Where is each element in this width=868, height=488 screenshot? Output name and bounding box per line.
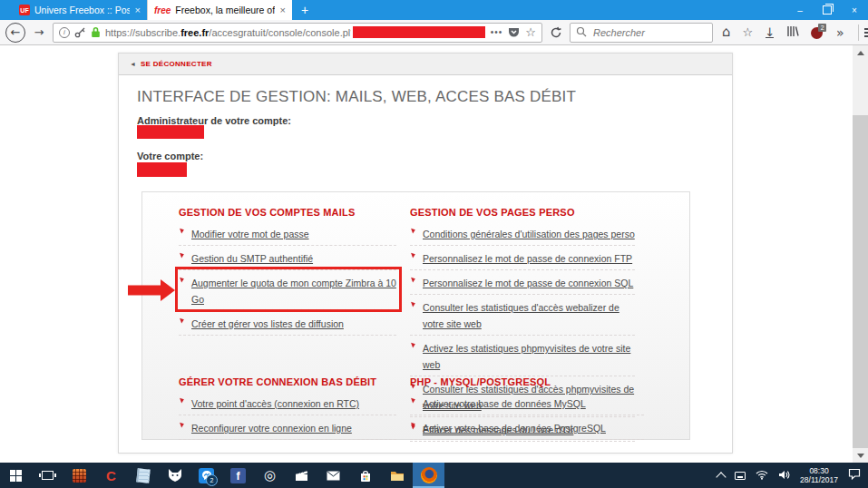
overflow-chevron-icon[interactable]: » (836, 26, 844, 39)
tab-univers-freebox[interactable]: UF Univers Freebox :: Poster une ré × (13, 0, 147, 20)
reload-icon[interactable] (550, 26, 562, 39)
minimize-button[interactable]: – (786, 0, 814, 20)
close-tab-icon[interactable]: × (135, 5, 141, 15)
saved-login-key-icon[interactable] (74, 26, 86, 38)
task-view-button[interactable] (32, 463, 63, 488)
scrollbar-thumb[interactable] (853, 115, 868, 448)
link-label[interactable]: Consulter les statistiques d'accès webal… (423, 302, 619, 329)
library-icon[interactable] (786, 25, 799, 39)
mail-taskbar-icon[interactable] (317, 463, 349, 488)
taskbar-clock[interactable]: 08:30 28/11/2017 (800, 466, 838, 484)
home-icon[interactable]: ⌂ (722, 25, 731, 39)
microsoft-store-taskbar-icon[interactable] (349, 463, 381, 488)
link-point-acces-rtc[interactable]: Votre point d'accès (connexion en RTC) (179, 391, 396, 415)
page-actions-icon[interactable]: ••• (491, 27, 503, 37)
link-label[interactable]: Personnalisez le mot de passe de connexi… (423, 278, 633, 288)
action-center-icon[interactable] (848, 467, 861, 483)
link-label[interactable]: Activez les statistiques phpmyvisites de… (423, 343, 630, 370)
new-tab-button[interactable]: + (301, 1, 308, 19)
windows-taskbar: C 2 f ◎ 08:30 28/11/2017 (0, 463, 868, 488)
link-mdp-ftp[interactable]: Personnalisez le mot de passe de connexi… (410, 246, 635, 270)
bookmarks-icon[interactable]: ☆ (743, 26, 754, 38)
link-label[interactable]: Personnalisez le mot de passe de connexi… (423, 253, 632, 264)
link-augmenter-quota-zimbra[interactable]: Augmenter le quota de mon compte Zimbra … (179, 270, 396, 311)
url-bar[interactable]: i https://subscribe.free.fr/accesgratuit… (53, 23, 542, 43)
pocket-icon[interactable] (508, 26, 520, 38)
target-app-icon[interactable]: ◎ (254, 463, 286, 488)
admin-account-redaction-bar (137, 125, 204, 139)
link-label[interactable]: Activer votre base de données PostgreSQL (423, 423, 606, 434)
section-comptes-mails: GESTION DE VOS COMPTES MAILS Modifier vo… (179, 207, 396, 336)
logout-link[interactable]: SE DÉCONNECTER (141, 60, 212, 68)
bullet-icon (411, 341, 416, 347)
link-activez-phpmyvisites[interactable]: Activez les statistiques phpmyvisites de… (410, 336, 635, 376)
facebook-taskbar-icon[interactable]: f (222, 463, 254, 488)
notepad-taskbar-icon[interactable] (127, 463, 159, 488)
windows-logo-icon (10, 470, 22, 482)
wifi-icon[interactable] (756, 467, 768, 483)
link-label[interactable]: Conditions générales d'utilisation des p… (423, 229, 635, 239)
clapperboard-glyph (295, 470, 308, 482)
link-activer-mysql[interactable]: Activer votre base de données MySQL (410, 391, 644, 415)
link-label[interactable]: Créer et gérer vos listes de diffusion (191, 318, 344, 329)
forward-button[interactable]: → (29, 25, 49, 39)
start-button[interactable] (0, 463, 32, 488)
admin-account-label: Administrateur de votre compte: (137, 115, 732, 126)
link-label[interactable]: Reconfigurer votre connexion en ligne (191, 423, 352, 434)
fox-face-app-icon[interactable] (159, 463, 190, 488)
link-listes-diffusion[interactable]: Créer et gérer vos listes de diffusion (179, 311, 396, 336)
link-modifier-mot-de-passe[interactable]: Modifier votre mot de passe (179, 221, 396, 246)
download-bar (766, 37, 774, 39)
section-php-mysql: PHP - MYSQL/POSTGRESQL Activer votre bas… (410, 376, 644, 440)
tab-freebox-active[interactable]: free Freebox, la meilleure offre ADSL × (147, 0, 292, 20)
messenger-bubble-icon: 2 (199, 468, 214, 483)
toolbar-icons: ⌂ ☆ ↓ 2 » (722, 24, 861, 41)
link-gestion-smtp[interactable]: Gestion du SMTP authentifié (179, 246, 396, 270)
link-label[interactable]: Augmenter le quota de mon compte Zimbra … (191, 278, 396, 305)
movies-app-icon[interactable] (286, 463, 317, 488)
link-label[interactable]: Activer votre base de données MySQL (423, 398, 586, 409)
highlight-arrow-icon (128, 278, 175, 302)
search-input[interactable] (591, 26, 695, 39)
extension-icon[interactable]: 2 (811, 25, 824, 39)
close-window-button[interactable]: × (841, 0, 868, 20)
close-tab-icon[interactable]: × (280, 5, 286, 15)
volume-icon[interactable] (778, 467, 790, 483)
target-glyph: ◎ (264, 469, 276, 483)
search-bar[interactable] (570, 23, 713, 43)
firefox-glyph (421, 467, 437, 483)
link-label[interactable]: Votre point d'accès (connexion en RTC) (191, 398, 359, 409)
firefox-taskbar-icon[interactable] (413, 463, 444, 488)
scroll-down-icon[interactable] (853, 448, 868, 463)
burning-grid-app-icon[interactable] (63, 463, 95, 488)
network-icon[interactable] (735, 472, 746, 480)
page-info-icon[interactable]: i (59, 27, 70, 38)
navigation-toolbar: ← → i https://subscribe.free.fr/accesgra… (0, 20, 868, 45)
bookmark-star-icon[interactable]: ☆ (525, 25, 536, 39)
scroll-up-icon[interactable] (853, 45, 868, 60)
toolbar-separator (858, 24, 859, 41)
messenger-taskbar-icon[interactable]: 2 (190, 463, 222, 488)
bullet-icon (411, 396, 416, 403)
link-label[interactable]: Gestion du SMTP authentifié (191, 253, 313, 264)
arrow-shaft (128, 286, 161, 296)
restore-button[interactable] (814, 0, 841, 20)
link-stats-webalizer[interactable]: Consulter les statistiques d'accès webal… (410, 295, 635, 336)
vertical-scrollbar[interactable] (853, 45, 868, 463)
back-button[interactable]: ← (5, 23, 25, 43)
link-label[interactable]: Modifier votre mot de passe (191, 229, 309, 239)
ccleaner-taskbar-icon[interactable]: C (95, 463, 127, 488)
bullet-icon (180, 421, 185, 427)
downloads-icon[interactable]: ↓ (765, 26, 775, 39)
link-conditions-generales[interactable]: Conditions générales d'utilisation des p… (410, 221, 635, 246)
file-explorer-taskbar-icon[interactable] (381, 463, 413, 488)
link-reconfigurer-connexion[interactable]: Reconfigurer votre connexion en ligne (179, 415, 396, 440)
hidden-icons-chevron-icon[interactable] (716, 472, 726, 482)
highlight-box (175, 267, 402, 312)
panel-header: ◄ SE DÉCONNECTER (119, 54, 732, 75)
link-mdp-sql[interactable]: Personnalisez le mot de passe de connexi… (410, 270, 635, 295)
link-activer-postgresql[interactable]: Activer votre base de données PostgreSQL (410, 415, 644, 440)
https-lock-icon[interactable] (91, 26, 101, 38)
task-view-icon (42, 471, 54, 480)
menu-icon[interactable] (864, 28, 868, 37)
